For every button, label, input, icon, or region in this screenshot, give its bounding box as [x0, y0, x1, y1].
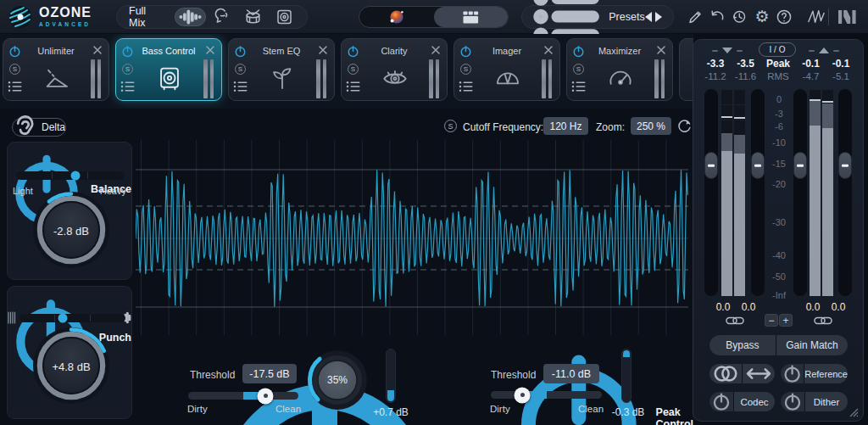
- output-fader-handle-l[interactable]: [793, 152, 807, 179]
- peak-gain-meter: [621, 349, 632, 403]
- close-icon[interactable]: [431, 45, 441, 55]
- menu-icon[interactable]: [8, 81, 23, 92]
- balance-slider[interactable]: [16, 171, 125, 180]
- reset-zoom-icon[interactable]: [676, 117, 693, 135]
- solo-icon[interactable]: S: [235, 64, 246, 75]
- solo-icon[interactable]: S: [122, 64, 133, 75]
- balance-slider-handle[interactable]: [71, 171, 81, 181]
- rms-label[interactable]: RMS: [760, 71, 796, 81]
- width-arrows-icon[interactable]: [743, 364, 775, 383]
- waveform-icon[interactable]: [175, 8, 206, 26]
- drum-icon[interactable]: [237, 8, 269, 26]
- next-preset-icon[interactable]: [655, 12, 662, 22]
- zoom-label: Zoom:: [596, 121, 625, 133]
- sustain-threshold-slider[interactable]: [188, 392, 298, 400]
- peak-slider-handle[interactable]: [515, 387, 531, 403]
- output-gain-fader[interactable]: [793, 89, 807, 296]
- close-icon[interactable]: [656, 45, 666, 55]
- close-icon[interactable]: [318, 45, 328, 55]
- help-icon[interactable]: [776, 8, 793, 25]
- io-toggle[interactable]: I / O: [759, 42, 796, 57]
- prev-preset-icon[interactable]: [645, 12, 652, 22]
- bypass-button[interactable]: Bypass: [709, 335, 776, 355]
- ai-sphere-icon[interactable]: [359, 7, 434, 27]
- module-name: Bass Control: [131, 46, 206, 56]
- waveform-display[interactable]: [136, 140, 688, 335]
- power-icon[interactable]: [709, 392, 733, 411]
- input-gain-value-r: 0.0: [737, 301, 760, 313]
- stereo-row: [709, 364, 775, 383]
- pencil-icon[interactable]: [687, 8, 704, 25]
- link-channels-icon[interactable]: [726, 316, 744, 326]
- output-gain-fader-r[interactable]: [838, 89, 852, 296]
- gain-match-button[interactable]: Gain Match: [776, 335, 848, 355]
- view-toggle[interactable]: [359, 6, 509, 28]
- zoom-value[interactable]: 250 %: [631, 117, 671, 135]
- punch-knob[interactable]: +4.8 dB: [29, 327, 114, 411]
- balance-knob[interactable]: -2.8 dB: [29, 191, 114, 276]
- peak-label[interactable]: Peak: [760, 58, 796, 70]
- punch-slider[interactable]: [19, 314, 125, 322]
- undo-icon[interactable]: [709, 8, 726, 25]
- power-icon[interactable]: [781, 364, 804, 383]
- solo-icon[interactable]: S: [460, 64, 471, 75]
- module-card-imager[interactable]: ImagerS: [453, 38, 560, 101]
- close-icon[interactable]: [543, 45, 554, 55]
- gear-icon[interactable]: ⚙: [753, 8, 771, 25]
- close-icon[interactable]: [205, 45, 215, 55]
- punch-slider-handle[interactable]: [58, 314, 68, 323]
- codec-button[interactable]: Codec: [734, 392, 775, 411]
- menu-icon[interactable]: [346, 81, 361, 92]
- input-gain-fader[interactable]: [704, 89, 718, 296]
- close-icon[interactable]: [92, 45, 103, 55]
- resize-grip-icon[interactable]: [849, 407, 859, 417]
- sustain-threshold-value[interactable]: -17.5 dB: [242, 364, 297, 383]
- brand-sub: ADVANCED: [39, 22, 92, 28]
- cutoff-value[interactable]: 120 Hz: [543, 117, 588, 135]
- input-fader-handle-r[interactable]: [751, 152, 765, 179]
- blocks-icon[interactable]: [434, 7, 509, 27]
- peak-threshold-value[interactable]: -11.0 dB: [543, 364, 599, 383]
- limiter-icon: [42, 61, 71, 95]
- sustain-slider-handle[interactable]: [258, 388, 274, 404]
- presets-selector[interactable]: Presets: [521, 5, 674, 29]
- top-bar: OZONE ADVANCED Full Mix: [0, 0, 868, 34]
- history-icon[interactable]: [731, 8, 748, 25]
- module-card-clarity[interactable]: ClarityS: [341, 38, 448, 101]
- vocal-icon[interactable]: [206, 8, 237, 26]
- speaker-box-icon[interactable]: [269, 8, 300, 26]
- menu-icon[interactable]: [459, 81, 474, 92]
- collapse-input[interactable]: [712, 48, 743, 53]
- solo-band-icon[interactable]: S: [444, 120, 457, 132]
- sustain-amount-knob[interactable]: 35%: [304, 347, 370, 413]
- peak-threshold-slider[interactable]: [491, 391, 602, 399]
- module-card-bass-control[interactable]: Bass ControlS: [115, 38, 222, 101]
- input-fader-handle-l[interactable]: [704, 152, 718, 179]
- module-card-partial[interactable]: [679, 38, 693, 101]
- collapse-output[interactable]: [809, 48, 839, 53]
- power-icon[interactable]: [781, 392, 804, 411]
- stereo-icon[interactable]: [709, 364, 742, 383]
- peak-row: -3.3 -3.5 Peak -0.1 -0.1: [700, 58, 856, 70]
- menu-icon[interactable]: [120, 81, 136, 92]
- reference-button[interactable]: Reference: [804, 364, 848, 383]
- menu-icon[interactable]: [233, 81, 248, 92]
- input-gain-fader-r[interactable]: [751, 89, 765, 296]
- module-card-stem-eq[interactable]: Stem EQS: [228, 38, 335, 101]
- increment-button[interactable]: +: [779, 314, 793, 327]
- output-peak-l: -0.1: [797, 58, 826, 70]
- link-channels-icon[interactable]: [814, 316, 832, 326]
- dither-button[interactable]: Dither: [805, 392, 848, 411]
- output-fader-handle-r[interactable]: [838, 152, 852, 179]
- module-name: Unlimiter: [19, 46, 93, 56]
- input-gain-value-l: 0.0: [711, 301, 735, 313]
- delta-button[interactable]: Delta: [12, 118, 66, 137]
- solo-icon[interactable]: S: [9, 64, 20, 75]
- module-card-unlimiter[interactable]: UnlimiterS: [3, 38, 109, 101]
- module-card-maximizer[interactable]: MaximizerS: [566, 38, 673, 101]
- decrement-button[interactable]: −: [765, 314, 778, 327]
- scale-label: -20: [766, 179, 792, 189]
- menu-icon[interactable]: [571, 81, 587, 92]
- solo-icon[interactable]: S: [348, 64, 359, 75]
- solo-icon[interactable]: S: [573, 64, 584, 75]
